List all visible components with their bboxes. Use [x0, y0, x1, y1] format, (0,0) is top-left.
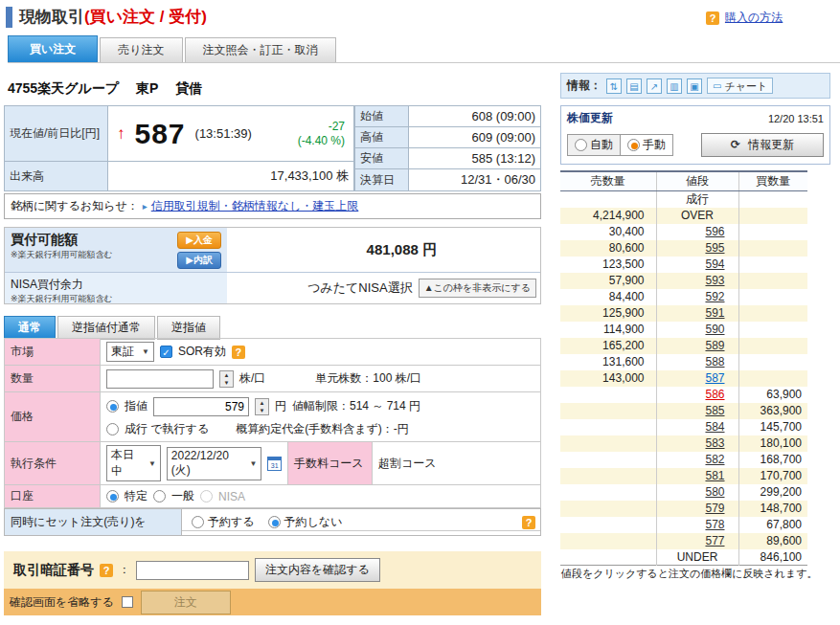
price-link[interactable]: 578: [705, 518, 724, 531]
condition-select-value: 本日中: [111, 447, 141, 480]
manual-option[interactable]: 手動: [620, 135, 672, 155]
calendar-icon[interactable]: 31: [267, 457, 282, 471]
sell-qty-cell: 57,900: [560, 273, 656, 289]
price-link[interactable]: 593: [705, 274, 724, 287]
quantity-input[interactable]: [106, 369, 214, 389]
manual-label: 手動: [643, 137, 666, 153]
settlement-value: 12/31・06/30: [409, 169, 541, 191]
sell-qty-cell: 4,214,900: [560, 208, 656, 224]
account-nisa-label: NISA: [218, 490, 245, 503]
refresh-info-button[interactable]: ⟳ 情報更新: [701, 133, 824, 157]
price-link[interactable]: 591: [705, 306, 724, 320]
market-order-radio[interactable]: [106, 423, 119, 435]
pin-help-icon[interactable]: ?: [100, 564, 113, 577]
tab-buy-order[interactable]: 買い注文: [8, 35, 98, 62]
price-cell: OVER: [656, 208, 738, 224]
set-order-box: 同時にセット注文(売り)を 予約する 予約しない ?: [4, 508, 541, 536]
tab-sell-order[interactable]: 売り注文: [100, 37, 182, 62]
price-link[interactable]: 584: [705, 420, 724, 434]
help-icon[interactable]: ?: [706, 11, 719, 25]
orderbook-row: 584145,700: [560, 419, 807, 435]
skip-confirm-checkbox[interactable]: [122, 596, 133, 608]
reserve-yes-label: 予約する: [208, 514, 255, 530]
price-cell: 587: [656, 370, 738, 387]
price-link[interactable]: 583: [705, 436, 724, 450]
auto-option[interactable]: 自動: [568, 135, 620, 155]
pin-input[interactable]: [136, 561, 249, 580]
price-link[interactable]: 590: [705, 323, 724, 336]
price-link[interactable]: 580: [705, 485, 724, 499]
orderbook-row: 57867,800: [560, 517, 807, 533]
limit-price-stepper[interactable]: ▲▼: [255, 398, 269, 415]
quantity-stepper[interactable]: ▲▼: [219, 370, 234, 388]
sell-qty-cell: [560, 468, 656, 484]
tv-icon[interactable]: ▣: [687, 78, 702, 94]
price-link[interactable]: 595: [705, 241, 724, 255]
buy-qty-cell: [738, 370, 807, 387]
notice-link[interactable]: 信用取引規制・銘柄情報なし・建玉上限: [151, 198, 359, 214]
breakdown-button[interactable]: ▶内訳: [177, 252, 221, 269]
chart-button[interactable]: ▭ チャート: [707, 78, 773, 94]
price-link[interactable]: 581: [705, 469, 724, 482]
orderbook-row: 143,000587: [560, 370, 807, 387]
account-ippan-radio[interactable]: [153, 490, 166, 502]
price-link[interactable]: 592: [705, 290, 724, 303]
stock-header: 4755楽天グループ 東P 貸借: [8, 80, 216, 98]
auto-manual-toggle: 自動 手動: [567, 134, 673, 156]
deposit-button[interactable]: ▶入金: [177, 232, 221, 249]
sort-updown-icon[interactable]: ⇅: [606, 78, 622, 94]
sell-qty-cell: [560, 419, 656, 435]
order-form: 市場 東証 ▼ ✓ SOR有効 ? 数量 ▲▼ 株/口: [4, 338, 541, 531]
tab-normal-order[interactable]: 通常: [4, 316, 56, 340]
order-button[interactable]: 注文: [141, 591, 231, 614]
reserve-no-radio[interactable]: [268, 516, 281, 528]
price-update-box: 株価更新 12/20 13:51 自動 手動 ⟳ 情報更新: [560, 105, 830, 165]
chart-button-label: チャート: [724, 78, 767, 94]
manual-radio[interactable]: [627, 139, 640, 151]
price-link[interactable]: 582: [705, 453, 724, 466]
sell-qty-cell: [560, 501, 656, 517]
price-link[interactable]: 588: [705, 355, 724, 368]
page-header: 現物取引 (買い注文 / 受付): [6, 6, 207, 28]
buy-qty-cell: [738, 354, 807, 370]
tab-stop-limit-normal[interactable]: 逆指値付通常: [57, 316, 155, 340]
tab-stop-limit[interactable]: 逆指値: [157, 316, 220, 340]
price-range-note: 値幅制限：514 ～ 714 円: [292, 398, 420, 414]
line-chart-icon[interactable]: ↗: [647, 78, 662, 94]
confirm-order-button[interactable]: 注文内容を確認する: [255, 558, 380, 582]
help-top: ? 購入の方法: [706, 10, 783, 26]
hide-frame-button[interactable]: ▲この枠を非表示にする: [419, 279, 536, 298]
orderbook-row: 579148,700: [560, 501, 807, 517]
sor-help-icon[interactable]: ?: [232, 346, 245, 359]
page-title: 現物取引: [19, 6, 84, 28]
nisa-power-label: NISA買付余力: [11, 277, 113, 293]
reserve-yes-radio[interactable]: [192, 516, 204, 528]
price-link[interactable]: 577: [705, 534, 724, 547]
account-tokutei-radio[interactable]: [106, 490, 119, 502]
date-select-value: 2022/12/20 (火): [171, 449, 242, 479]
price-link[interactable]: 585: [705, 404, 724, 417]
market-order-label: 成行 で執行する: [125, 421, 209, 437]
limit-price-input[interactable]: [153, 397, 249, 416]
price-link[interactable]: 586: [705, 388, 724, 401]
condition-select[interactable]: 本日中 ▼: [106, 445, 161, 481]
auto-radio[interactable]: [575, 139, 587, 151]
set-order-help-icon[interactable]: ?: [522, 516, 535, 529]
price-link[interactable]: 596: [705, 225, 724, 238]
price-link[interactable]: 589: [705, 339, 724, 352]
fee-course-label: 手数料コース: [288, 442, 373, 485]
purchase-method-link[interactable]: 購入の方法: [725, 10, 783, 26]
limit-price-radio[interactable]: [106, 400, 119, 413]
price-link[interactable]: 587: [705, 371, 724, 385]
price-link[interactable]: 579: [705, 502, 724, 515]
news-board-icon[interactable]: ▤: [626, 78, 642, 94]
price-link[interactable]: 594: [705, 257, 724, 271]
orderbook-table: 売数量 値段 買数量 成行4,214,900OVER30,40059680,60…: [560, 170, 807, 566]
sor-checkbox[interactable]: ✓: [160, 346, 172, 358]
tab-order-inquiry[interactable]: 注文照会・訂正・取消: [185, 37, 336, 62]
orderbook-row: 58663,900: [560, 387, 807, 403]
date-select[interactable]: 2022/12/20 (火) ▼: [167, 447, 262, 480]
market-select[interactable]: 東証 ▼: [106, 342, 154, 362]
buy-qty-cell: 363,900: [738, 403, 807, 419]
orderbook-icon[interactable]: ▥: [667, 78, 682, 94]
